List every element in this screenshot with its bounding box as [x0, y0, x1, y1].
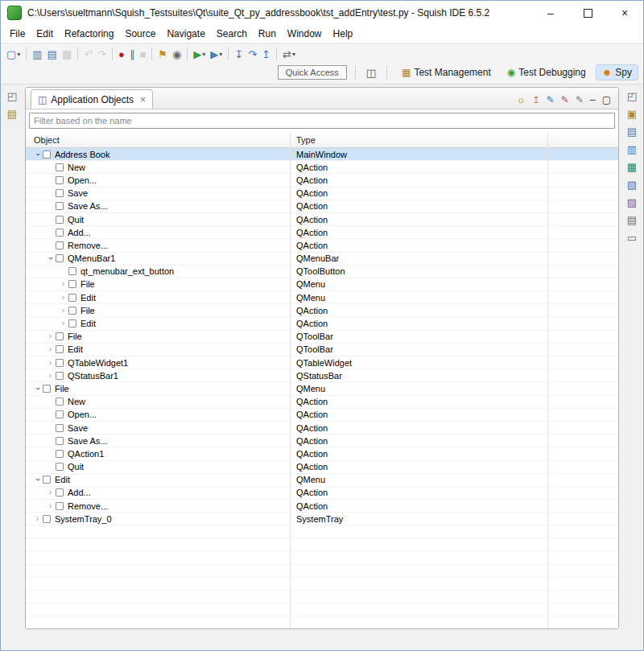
table-row[interactable]: Remove...QAction [26, 239, 618, 252]
table-row[interactable]: ›FileQMenu [26, 278, 618, 291]
step-into-button[interactable]: ↧ [232, 48, 246, 60]
tree-toggle-icon[interactable]: › [58, 307, 68, 315]
row-checkbox[interactable] [56, 176, 64, 184]
row-checkbox[interactable] [43, 385, 51, 393]
menu-navigate[interactable]: Navigate [161, 27, 210, 41]
row-checkbox[interactable] [56, 254, 64, 262]
row-checkbox[interactable] [56, 410, 64, 418]
menu-help[interactable]: Help [328, 27, 359, 41]
row-checkbox[interactable] [56, 241, 64, 249]
row-checkbox[interactable] [68, 280, 76, 288]
menu-edit[interactable]: Edit [31, 27, 59, 41]
minimized-view-2-icon[interactable]: ▤ [627, 126, 637, 137]
table-row[interactable]: qt_menubar_ext_buttonQToolButton [26, 266, 618, 278]
pick-object-button[interactable]: ☼ [517, 95, 526, 105]
run-test-button[interactable]: ▶▾ [191, 48, 208, 60]
table-row[interactable]: ›QMenuBar1QMenuBar [26, 253, 618, 266]
table-row[interactable]: QuitQAction [26, 213, 618, 226]
column-divider[interactable] [290, 132, 291, 628]
table-row[interactable]: ›Add...QAction [26, 487, 618, 500]
table-row[interactable]: ›EditQToolBar [26, 344, 618, 356]
row-checkbox[interactable] [56, 488, 64, 496]
minimize-view-button[interactable]: – [590, 95, 596, 105]
row-checkbox[interactable] [56, 229, 64, 237]
table-row[interactable]: ›FileQToolBar [26, 331, 618, 344]
quick-access-button[interactable]: Quick Access [278, 65, 347, 80]
row-checkbox[interactable] [43, 150, 51, 159]
perspective-test-debugging[interactable]: ◉Test Debugging [501, 64, 592, 80]
minimized-view-4-icon[interactable]: ▦ [627, 162, 637, 172]
table-row[interactable]: ›SystemTray_0SystemTray [26, 513, 618, 525]
table-row[interactable]: ›FileQAction [26, 304, 618, 317]
tree-toggle-icon[interactable]: › [34, 150, 42, 159]
table-row[interactable]: ›Remove...QAction [26, 500, 618, 513]
menu-source[interactable]: Source [119, 27, 161, 41]
step-return-button[interactable]: ↥ [259, 48, 273, 60]
row-checkbox[interactable] [56, 345, 64, 353]
tab-application-objects[interactable]: ◫ Application Objects × [31, 89, 153, 109]
column-header-type[interactable]: Type [290, 132, 547, 147]
row-checkbox[interactable] [68, 307, 76, 315]
minimized-test-suites-view-icon[interactable]: ▤ [7, 109, 17, 119]
menu-window[interactable]: Window [282, 27, 328, 41]
dropdown-caret-icon[interactable]: ▾ [202, 51, 205, 58]
menu-refactoring[interactable]: Refactoring [59, 27, 119, 41]
restore-right-panel-icon[interactable]: ◰ [627, 91, 637, 101]
row-checkbox[interactable] [68, 319, 76, 328]
row-checkbox[interactable] [56, 359, 64, 367]
minimize-window-button[interactable]: – [532, 1, 569, 25]
row-checkbox[interactable] [43, 515, 51, 523]
row-checkbox[interactable] [56, 398, 64, 406]
tab-close-icon[interactable]: × [140, 95, 146, 105]
load-snapshot-button[interactable]: ↥ [532, 95, 540, 105]
menu-file[interactable]: File [4, 27, 31, 41]
table-row[interactable]: ›EditQMenu [26, 474, 618, 487]
tree-toggle-icon[interactable]: › [45, 488, 56, 496]
row-checkbox[interactable] [56, 332, 64, 340]
filter-input[interactable] [29, 113, 615, 129]
tree-toggle-icon[interactable]: › [58, 319, 68, 328]
menu-search[interactable]: Search [211, 27, 253, 41]
dropdown-caret-icon[interactable]: ▾ [17, 51, 20, 58]
row-checkbox[interactable] [56, 424, 64, 432]
tree-toggle-icon[interactable]: › [45, 332, 56, 340]
tree-toggle-icon[interactable]: › [45, 502, 56, 510]
tree-toggle-icon[interactable]: › [58, 294, 68, 302]
row-checkbox[interactable] [43, 476, 51, 484]
inspect-button[interactable]: ◉ [170, 48, 184, 60]
table-row[interactable]: NewQAction [26, 396, 618, 409]
table-row[interactable]: ›QStatusBar1QStatusBar [26, 369, 618, 382]
minimized-view-6-icon[interactable]: ▨ [627, 197, 637, 208]
pause-button[interactable]: ∥ [127, 48, 138, 60]
column-divider[interactable] [547, 132, 548, 628]
record-test-button[interactable]: ● [116, 48, 127, 60]
minimized-view-7-icon[interactable]: ▤ [627, 215, 637, 225]
table-row[interactable]: QuitQAction [26, 461, 618, 474]
row-checkbox[interactable] [68, 294, 76, 302]
new-button[interactable]: ▢▾ [4, 48, 23, 60]
table-row[interactable]: ›EditQMenu [26, 291, 618, 304]
step-over-button[interactable]: ↷ [246, 48, 259, 60]
maximize-view-button[interactable]: ▢ [602, 95, 611, 105]
perspective-test-management[interactable]: ▦Test Management [395, 64, 497, 80]
highlight-object-button[interactable]: ✎ [561, 95, 569, 105]
table-row[interactable]: QAction1QAction [26, 447, 618, 460]
close-window-button[interactable]: × [606, 1, 643, 25]
open-perspective-button[interactable]: ◫ [364, 67, 378, 79]
minimized-view-8-icon[interactable]: ▭ [627, 233, 637, 243]
row-checkbox[interactable] [56, 372, 64, 380]
dropdown-caret-icon[interactable]: ▾ [219, 51, 222, 58]
tree-toggle-icon[interactable]: › [58, 280, 68, 288]
row-checkbox[interactable] [56, 450, 64, 458]
table-row[interactable]: ›Address BookMainWindow [26, 148, 618, 161]
tree-toggle-icon[interactable]: › [32, 515, 43, 523]
table-row[interactable]: Open...QAction [26, 409, 618, 422]
table-row[interactable]: ›QTableWidget1QTableWidget [26, 356, 618, 369]
table-row[interactable]: ›FileQMenu [26, 382, 618, 395]
sync-button[interactable]: ⇄▾ [280, 48, 298, 60]
table-row[interactable]: NewQAction [26, 161, 618, 174]
debug-test-button[interactable]: ▶▾ [208, 48, 225, 60]
tree-toggle-icon[interactable]: › [45, 345, 56, 353]
perspective-spy[interactable]: ☻Spy [596, 64, 638, 80]
row-checkbox[interactable] [56, 202, 64, 210]
